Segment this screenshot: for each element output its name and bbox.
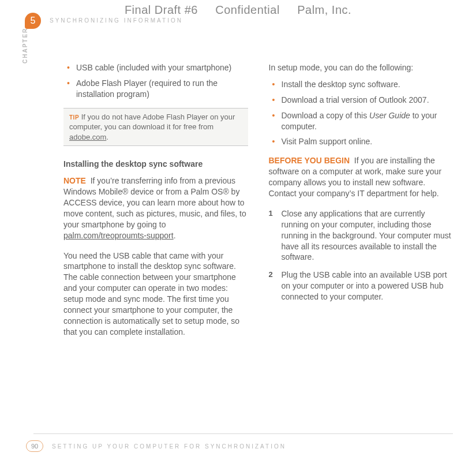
tip-text-after: . bbox=[106, 133, 108, 141]
tip-box: TIP If you do not have Adobe Flash Playe… bbox=[63, 108, 248, 147]
note-paragraph: NOTE If you’re transferring info from a … bbox=[63, 175, 248, 241]
steps-list: 1 Close any applications that are curren… bbox=[269, 208, 453, 302]
before-begin-paragraph: BEFORE YOU BEGIN If you are installing t… bbox=[269, 155, 453, 199]
list-item-text-pre: Download a copy of this bbox=[282, 111, 370, 120]
page-number: 90 bbox=[26, 440, 43, 452]
left-column: USB cable (included with your smartphone… bbox=[63, 62, 248, 420]
before-begin-label: BEFORE YOU BEGIN bbox=[269, 156, 350, 165]
setup-list: Install the desktop sync software. Downl… bbox=[269, 79, 453, 147]
note-label: NOTE bbox=[63, 176, 86, 185]
chapter-side-label: CHAPTER bbox=[22, 28, 28, 63]
header-company: Palm, Inc. bbox=[297, 3, 351, 16]
user-guide-italic: User Guide bbox=[369, 111, 410, 120]
note-text: If you’re transferring info from a previ… bbox=[63, 176, 246, 229]
step-number: 1 bbox=[269, 208, 273, 219]
header-confidential: Confidential bbox=[215, 3, 280, 16]
subheading-install: Installing the desktop sync software bbox=[63, 159, 248, 170]
list-item: Install the desktop sync software. bbox=[269, 79, 453, 90]
note-text-after: . bbox=[174, 231, 176, 240]
header-draft: Final Draft #6 bbox=[125, 3, 198, 16]
tip-link[interactable]: adobe.com bbox=[69, 133, 106, 141]
tip-label: TIP bbox=[69, 114, 79, 121]
note-link[interactable]: palm.com/treoproumts-support bbox=[63, 231, 174, 240]
step-text: Close any applications that are currentl… bbox=[282, 209, 451, 262]
body-paragraph: You need the USB cable that came with yo… bbox=[63, 250, 248, 338]
step-item: 2 Plug the USB cable into an available U… bbox=[269, 270, 453, 302]
list-item: USB cable (included with your smartphone… bbox=[63, 62, 248, 73]
chapter-number-badge: 5 bbox=[25, 13, 41, 29]
header-strip: Final Draft #6 Confidential Palm, Inc. bbox=[0, 3, 476, 17]
tip-text: If you do not have Adobe Flash Player on… bbox=[69, 113, 235, 132]
list-item: Download a copy of this User Guide to yo… bbox=[269, 110, 453, 132]
requirements-list: USB cable (included with your smartphone… bbox=[63, 62, 248, 100]
step-number: 2 bbox=[269, 270, 273, 280]
step-item: 1 Close any applications that are curren… bbox=[269, 208, 453, 263]
right-column: In setup mode, you can do the following:… bbox=[269, 62, 453, 420]
footer-section-label: SETTING UP YOUR COMPUTER FOR SYNCHRONIZA… bbox=[52, 443, 286, 450]
page-content: USB cable (included with your smartphone… bbox=[63, 62, 453, 420]
section-title-top: SYNCHRONIZING INFORMATION bbox=[50, 17, 183, 24]
list-item: Adobe Flash Player (required to run the … bbox=[63, 78, 248, 100]
setup-intro: In setup mode, you can do the following: bbox=[269, 62, 453, 73]
list-item: Download a trial version of Outlook 2007… bbox=[269, 95, 453, 106]
step-text: Plug the USB cable into an available USB… bbox=[282, 270, 447, 301]
list-item: Visit Palm support online. bbox=[269, 136, 453, 147]
